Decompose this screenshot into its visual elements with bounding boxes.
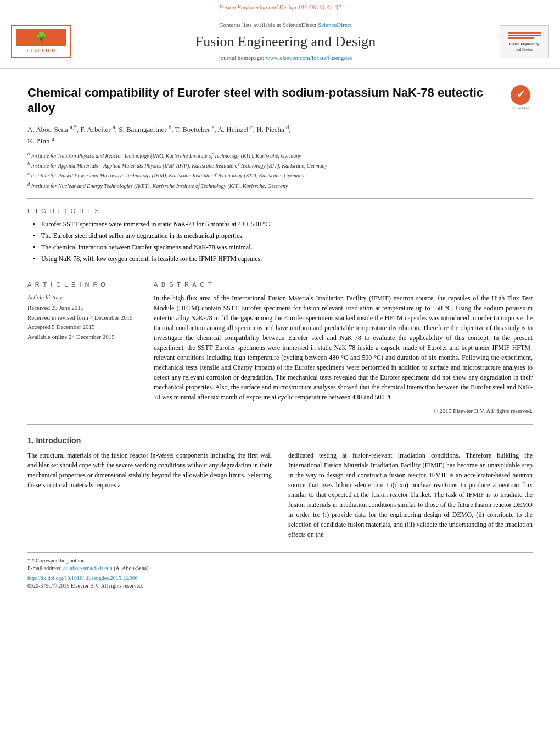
crossmark-icon: ✓ CrossMark: [511, 85, 533, 107]
sup-a4: a: [52, 135, 54, 142]
highlights-label: H I G H L I G H T S: [27, 207, 533, 215]
affil-a: a Institute for Neutron Physics and Reac…: [27, 151, 533, 160]
introduction-section: 1. Introduction The structural materials…: [27, 436, 533, 544]
divider-2: [27, 272, 533, 272]
email-line: E-mail address: ali.abou-sena@kit.edu (A…: [27, 565, 533, 572]
sup-a2: a: [113, 124, 115, 130]
journal-title: Fusion Engineering and Design: [82, 32, 489, 52]
article-title-area: Chemical compatibility of Eurofer steel …: [27, 80, 533, 116]
article-info-column: A R T I C L E I N F O Article history: R…: [27, 281, 137, 416]
journal-logo-lines: [508, 31, 541, 40]
corresponding-author-line: * * Corresponding author.: [27, 557, 533, 565]
affil-b: b Institute for Applied Materials – Appl…: [27, 161, 533, 170]
article-info-label: A R T I C L E I N F O: [27, 281, 137, 289]
logo-line-1: [508, 32, 541, 34]
footnote-area: * * Corresponding author. E-mail address…: [27, 552, 533, 590]
revised-date: Received in revised form 4 December 2015: [27, 314, 137, 322]
info-abstract-columns: A R T I C L E I N F O Article history: R…: [27, 281, 533, 416]
page: Fusion Engineering and Design 103 (2016)…: [0, 0, 560, 601]
sup-c: c: [250, 124, 253, 130]
corresponding-author-label: * Corresponding author.: [32, 557, 85, 564]
affil-a-text: Institute for Neutron Physics and Reacto…: [31, 153, 301, 159]
affil-d-text: Institute for Nuclear and Energy Technol…: [31, 183, 288, 189]
affil-d: d Institute for Nuclear and Energy Techn…: [27, 181, 533, 190]
divider-3: [27, 424, 533, 425]
abstract-text: In the high flux area of the Internation…: [154, 293, 533, 416]
journal-title-area: Contents lists available at ScienceDirec…: [82, 21, 489, 62]
abstract-column: A B S T R A C T In the high flux area of…: [154, 281, 533, 416]
intro-left-text: The structural materials of the fusion r…: [27, 450, 272, 490]
sciencedirect-name: ScienceDirect: [318, 21, 352, 28]
star-symbol: *: [27, 557, 30, 564]
affil-c: c Institute for Pulsed Power and Microwa…: [27, 171, 533, 180]
issn-line: 0920-3796/© 2015 Elsevier B.V. All right…: [27, 582, 533, 590]
abstract-label: A B S T R A C T: [154, 281, 533, 289]
elsevier-logo: 🌳 ELSEVIER: [11, 25, 71, 58]
affil-sup-c: c: [27, 171, 30, 176]
sup-a3: a: [212, 124, 215, 130]
journal-logo-text: Fusion Engineeringand Design: [509, 42, 539, 53]
email-name: (A. Abou-Sena).: [114, 565, 150, 571]
available-date: Available online 24 December 2015: [27, 333, 137, 341]
copyright-note: © 2015 Elsevier B.V. All rights reserved…: [154, 406, 533, 416]
highlight-item-2: The Eurofer steel did not suffer any deg…: [33, 231, 533, 241]
journal-logo-right: Fusion Engineeringand Design: [500, 25, 549, 58]
section-number: 1.: [27, 436, 34, 445]
email-address[interactable]: ali.abou-sena@kit.edu: [63, 565, 113, 571]
affil-c-text: Institute for Pulsed Power and Microwave…: [31, 173, 304, 179]
doi-line[interactable]: http://dx.doi.org/10.1016/j.fusengdes.20…: [27, 574, 533, 582]
journal-homepage: journal homepage: www.elsevier.com/locat…: [82, 54, 489, 62]
main-content: Chemical compatibility of Eurofer steel …: [0, 69, 560, 601]
sup-b: b: [169, 124, 171, 130]
received-date: Received 29 June 2015: [27, 304, 137, 312]
journal-header: 🌳 ELSEVIER Contents lists available at S…: [0, 15, 560, 68]
section-title: Introduction: [36, 436, 81, 445]
crossmark-label: CrossMark: [511, 106, 533, 111]
logo-line-2: [508, 35, 541, 36]
divider-1: [27, 198, 533, 199]
intro-left-col: The structural materials of the fusion r…: [27, 450, 272, 544]
abstract-paragraph: In the high flux area of the Internation…: [154, 293, 533, 402]
highlight-item-1: Eurofer SSTT specimens were immersed in …: [33, 220, 533, 229]
article-title: Chemical compatibility of Eurofer steel …: [27, 85, 502, 116]
highlights-list: Eurofer SSTT specimens were immersed in …: [27, 220, 533, 263]
sciencedirect-link: Contents lists available at ScienceDirec…: [82, 21, 489, 29]
journal-reference: Fusion Engineering and Design 103 (2016)…: [219, 3, 341, 12]
introduction-columns: The structural materials of the fusion r…: [27, 450, 533, 544]
sciencedirect-prefix: Contents lists available at ScienceDirec…: [219, 21, 316, 28]
affil-sup-b: b: [27, 161, 30, 166]
crossmark-badge: ✓: [511, 85, 530, 105]
highlight-item-4: Using NaK-78, with low oxygen content, i…: [33, 254, 533, 264]
sup-d: d: [286, 124, 289, 130]
introduction-heading: 1. Introduction: [27, 436, 533, 447]
sup-a: a,*: [70, 124, 77, 130]
elsevier-wordmark: ELSEVIER: [26, 47, 56, 54]
affil-sup-a: a: [27, 152, 30, 157]
logo-tree-icon: 🌳: [35, 31, 47, 44]
affiliations: a Institute for Neutron Physics and Reac…: [27, 151, 533, 190]
highlights-section: H I G H L I G H T S Eurofer SSTT specime…: [27, 207, 533, 264]
authors-line: A. Abou-Sena a,*, F. Arbeiter a, S. Baum…: [27, 123, 533, 147]
accepted-date: Accepted 5 December 2015: [27, 323, 137, 331]
logo-line-3: [508, 37, 534, 39]
homepage-prefix: journal homepage:: [219, 54, 266, 61]
top-bar: Fusion Engineering and Design 103 (2016)…: [0, 0, 560, 15]
article-history: Article history: Received 29 June 2015 R…: [27, 293, 137, 341]
affil-b-text: Institute for Applied Materials – Applie…: [31, 163, 327, 169]
intro-right-text: dedicated testing at fusion-relevant irr…: [288, 450, 533, 539]
intro-right-col: dedicated testing at fusion-relevant irr…: [288, 450, 533, 544]
logo-top: 🌳: [16, 29, 66, 46]
email-label: E-mail address:: [27, 565, 61, 571]
history-title: Article history:: [27, 293, 137, 302]
homepage-url[interactable]: www.elsevier.com/locate/fusengdes: [266, 54, 352, 61]
affil-sup-d: d: [27, 182, 30, 187]
highlight-item-3: The chemical interaction between Eurofer…: [33, 243, 533, 252]
